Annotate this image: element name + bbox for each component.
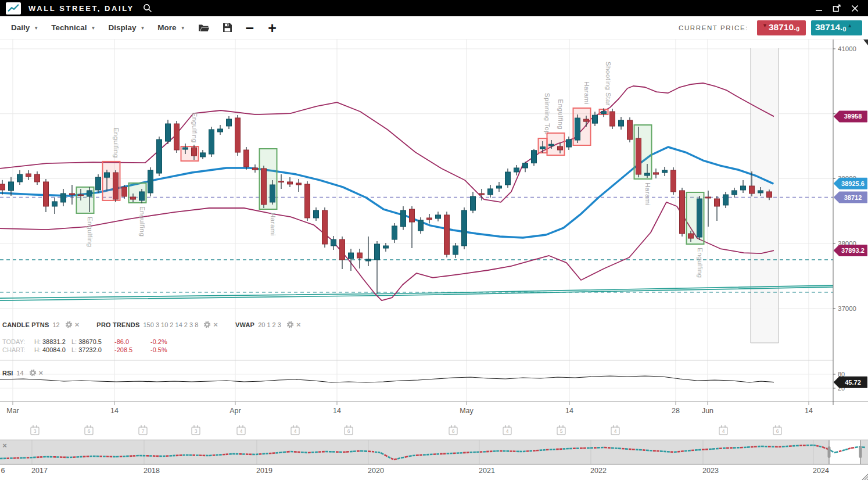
candle[interactable] [593, 115, 598, 123]
candle[interactable] [444, 215, 450, 255]
gear-icon[interactable] [65, 321, 73, 328]
gear-icon[interactable] [29, 369, 37, 377]
candle[interactable] [436, 215, 441, 218]
candle[interactable] [566, 139, 572, 147]
candle[interactable] [706, 197, 711, 198]
candle[interactable] [174, 124, 180, 150]
navigator-selection[interactable] [829, 440, 860, 464]
candle[interactable] [227, 119, 232, 126]
candle[interactable] [688, 234, 694, 238]
candle[interactable] [575, 118, 580, 140]
candle[interactable] [105, 173, 110, 177]
candle[interactable] [375, 244, 380, 260]
candle[interactable] [662, 170, 668, 173]
close-icon[interactable]: × [75, 321, 80, 328]
candle[interactable] [296, 183, 302, 185]
candle[interactable] [505, 172, 511, 185]
candle[interactable] [157, 139, 162, 173]
candle[interactable] [392, 226, 397, 239]
menu-timeframe[interactable]: Daily ▼ [11, 23, 38, 32]
candle[interactable] [322, 210, 328, 244]
candle[interactable] [418, 220, 424, 231]
candle[interactable] [584, 119, 589, 121]
candle[interactable] [244, 150, 249, 167]
candle[interactable] [148, 170, 153, 193]
candle[interactable] [17, 174, 23, 182]
candle[interactable] [305, 184, 310, 218]
candle[interactable] [715, 199, 720, 206]
candle[interactable] [723, 195, 729, 205]
sell-price-badge[interactable]: ▼ 38710. 0 [757, 20, 806, 35]
candle[interactable] [261, 169, 267, 205]
candle[interactable] [488, 189, 493, 195]
candle[interactable] [235, 118, 241, 152]
candle[interactable] [758, 191, 763, 193]
candle[interactable] [96, 177, 101, 190]
candle[interactable] [619, 120, 624, 126]
candle[interactable] [78, 195, 84, 196]
candle[interactable] [471, 196, 476, 210]
minimize-button[interactable] [815, 5, 823, 12]
candle[interactable] [697, 199, 702, 237]
candle[interactable] [532, 151, 537, 163]
navigator-close-icon[interactable]: × [2, 441, 7, 450]
candle[interactable] [680, 191, 685, 234]
close-button[interactable] [851, 5, 859, 12]
candle[interactable] [671, 170, 676, 192]
candle[interactable] [497, 186, 502, 188]
candle[interactable] [279, 181, 284, 182]
candle[interactable] [314, 210, 319, 218]
candle[interactable] [270, 185, 275, 202]
gear-icon[interactable] [286, 321, 294, 328]
menu-more[interactable]: More ▼ [157, 23, 185, 32]
candle[interactable] [209, 130, 214, 154]
candle[interactable] [366, 259, 371, 261]
search-icon[interactable] [143, 3, 152, 13]
popout-button[interactable] [833, 4, 841, 13]
candle[interactable] [288, 182, 293, 184]
price-chart-canvas[interactable]: EngulfingEngulfingEngulfingEngulfingHara… [0, 40, 868, 480]
candle[interactable] [122, 187, 127, 196]
gear-icon[interactable] [203, 321, 211, 328]
candle[interactable] [610, 112, 615, 126]
candle[interactable] [139, 192, 145, 200]
candle[interactable] [0, 184, 5, 190]
candle[interactable] [462, 210, 467, 246]
candle[interactable] [61, 194, 66, 202]
candle[interactable] [514, 168, 519, 172]
candle[interactable] [340, 239, 345, 260]
candle[interactable] [87, 191, 92, 196]
candle[interactable] [401, 210, 406, 227]
candle[interactable] [767, 192, 772, 198]
close-icon[interactable]: × [213, 321, 218, 328]
axis-collapse-icon[interactable] [863, 40, 868, 45]
candle[interactable] [52, 202, 58, 206]
candle[interactable] [357, 253, 363, 258]
candle[interactable] [479, 194, 485, 195]
menu-technical[interactable]: Technical ▼ [51, 23, 95, 32]
buy-price-badge[interactable]: 38714. 0 ▲ [811, 20, 862, 35]
candle[interactable] [26, 174, 31, 177]
candle[interactable] [218, 129, 223, 132]
candle[interactable] [741, 186, 746, 190]
zoom-out-button[interactable]: − [246, 22, 254, 34]
candle[interactable] [410, 209, 415, 222]
candle[interactable] [453, 246, 458, 255]
navigator-handle[interactable] [828, 446, 831, 458]
candle[interactable] [627, 120, 633, 139]
candle[interactable] [200, 153, 206, 157]
navigator-handle[interactable] [859, 446, 862, 458]
candle[interactable] [383, 246, 389, 248]
candle[interactable] [749, 186, 755, 194]
candle[interactable] [558, 146, 563, 150]
candle[interactable] [349, 253, 354, 259]
candle[interactable] [601, 112, 607, 114]
candle[interactable] [427, 218, 432, 220]
candle[interactable] [549, 144, 554, 146]
candle[interactable] [113, 173, 119, 199]
save-icon[interactable] [223, 23, 232, 33]
zoom-in-button[interactable]: + [268, 22, 277, 34]
candle[interactable] [645, 173, 650, 175]
candle[interactable] [131, 197, 136, 199]
close-icon[interactable]: × [39, 370, 44, 376]
